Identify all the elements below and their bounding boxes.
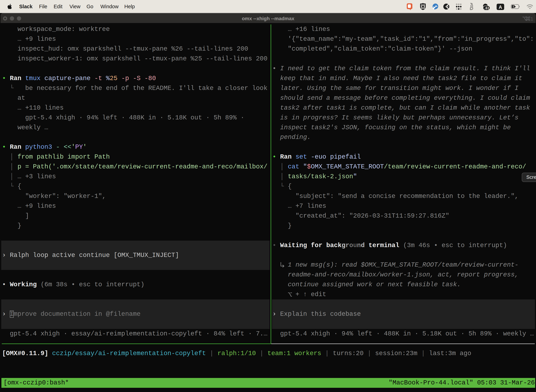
svg-text:A: A xyxy=(499,5,502,10)
svg-text:1: 1 xyxy=(531,16,533,21)
svg-text:..61: ..61 xyxy=(483,6,489,10)
